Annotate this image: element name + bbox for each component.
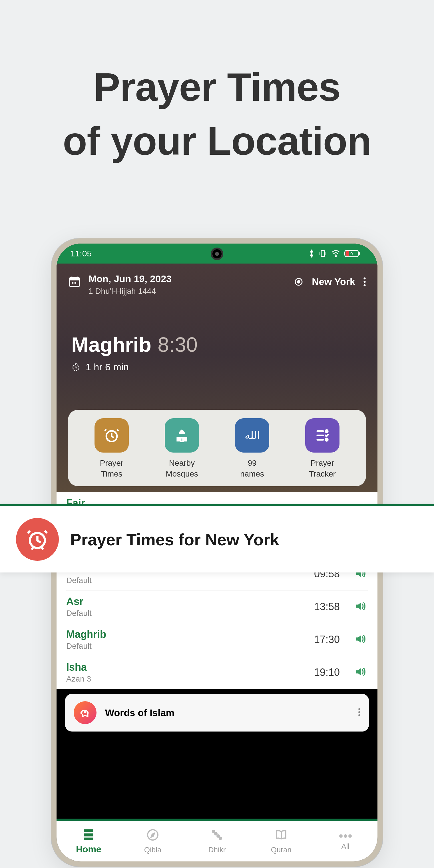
nav-home[interactable]: Home — [57, 828, 121, 855]
svg-point-21 — [358, 708, 360, 710]
svg-point-14 — [364, 284, 366, 286]
next-prayer-time: 8:30 — [158, 333, 197, 356]
bottom-nav: HomeQiblaDhikrQuranAll — [57, 818, 377, 862]
sound-toggle[interactable] — [354, 600, 367, 614]
svg-point-31 — [219, 837, 222, 839]
prayer-row-maghrib[interactable]: MaghribDefault17:30 — [66, 623, 368, 656]
prayer-row-asr[interactable]: AsrDefault13:58 — [66, 590, 368, 623]
prayer-time: 13:58 — [314, 601, 340, 613]
beads-icon — [210, 828, 224, 844]
nav-dhikr[interactable]: Dhikr — [185, 828, 249, 854]
svg-point-34 — [348, 834, 352, 838]
nav-all[interactable]: All — [313, 832, 377, 851]
prayer-name: Isha — [66, 661, 314, 673]
camera-hole — [211, 248, 223, 260]
mosque-icon — [165, 418, 199, 453]
countdown-text: 1 hr 6 min — [86, 362, 129, 373]
quick-action-tracker[interactable]: PrayerTracker — [287, 418, 358, 479]
prayer-name: Maghrib — [66, 628, 314, 641]
gregorian-date: Mon, Jun 19, 2023 — [89, 273, 172, 284]
svg-rect-4 — [345, 251, 349, 256]
vibrate-icon — [319, 249, 327, 258]
svg-point-20 — [326, 439, 328, 441]
quick-action-mosque[interactable]: NearbyMosques — [147, 418, 217, 479]
prayer-row-isha[interactable]: IshaAzan 319:10 — [66, 656, 368, 689]
svg-rect-24 — [84, 829, 93, 832]
prayer-sub: Azan 3 — [66, 674, 314, 684]
calendar-icon — [68, 275, 81, 288]
location-pin-icon — [293, 277, 304, 287]
svg-rect-9 — [74, 282, 76, 284]
book-icon — [274, 828, 288, 844]
nav-label: Qibla — [144, 845, 162, 854]
allah-icon: الله — [235, 418, 269, 453]
svg-rect-26 — [84, 837, 93, 840]
location-label[interactable]: New York — [312, 276, 355, 287]
timer-icon — [71, 363, 81, 372]
wifi-icon — [331, 250, 340, 257]
heading-line-1: Prayer Times — [94, 65, 341, 110]
next-prayer-name: Maghrib — [71, 333, 151, 356]
nav-quran[interactable]: Quran — [249, 828, 313, 854]
svg-point-1 — [335, 256, 336, 257]
sound-toggle[interactable] — [354, 665, 367, 679]
more-menu-button[interactable] — [363, 277, 366, 287]
quick-label: PrayerTimes — [100, 458, 123, 479]
svg-rect-0 — [321, 251, 324, 257]
heading-line-2: of your Location — [63, 119, 371, 163]
svg-point-13 — [364, 281, 366, 283]
sound-toggle[interactable] — [354, 633, 367, 646]
alarm-icon — [94, 418, 129, 453]
dots-icon — [339, 832, 352, 840]
quick-label: 99names — [240, 458, 264, 479]
svg-point-22 — [358, 711, 360, 713]
svg-rect-17 — [181, 438, 183, 441]
words-more-button[interactable] — [358, 708, 360, 718]
quick-action-allah[interactable]: الله99names — [217, 418, 287, 479]
words-icon — [74, 701, 96, 724]
nav-label: Quran — [271, 845, 291, 854]
nav-qibla[interactable]: Qibla — [121, 828, 185, 854]
svg-rect-25 — [84, 833, 93, 836]
svg-point-29 — [215, 833, 217, 835]
hero-section: Mon, Jun 19, 2023 1 Dhu'l-Hijjah 1444 Ne… — [57, 264, 377, 492]
alarm-clock-icon — [16, 518, 59, 561]
quick-actions-card: PrayerTimesNearbyMosquesالله99namesPraye… — [68, 410, 366, 486]
svg-point-19 — [326, 430, 328, 433]
prayer-time: 19:10 — [314, 666, 340, 678]
page-heading: Prayer Times of your Location — [0, 0, 434, 168]
svg-point-23 — [358, 714, 360, 716]
nav-label: All — [341, 842, 349, 851]
prayer-sub: Default — [66, 609, 314, 618]
date-block[interactable]: Mon, Jun 19, 2023 1 Dhu'l-Hijjah 1444 — [68, 273, 172, 296]
notification-banner[interactable]: Prayer Times for New York — [0, 504, 434, 572]
compass-icon — [146, 828, 160, 844]
svg-rect-7 — [70, 278, 80, 281]
svg-point-11 — [298, 280, 300, 283]
bluetooth-icon — [308, 249, 315, 258]
quick-label: NearbyMosques — [165, 458, 198, 479]
svg-point-30 — [217, 835, 219, 837]
tracker-icon — [305, 418, 340, 453]
prayer-time: 17:30 — [314, 633, 340, 646]
home-icon — [82, 828, 96, 842]
quick-action-alarm[interactable]: PrayerTimes — [76, 418, 147, 479]
svg-rect-8 — [72, 282, 73, 284]
prayer-sub: Default — [66, 576, 314, 585]
status-bar: 11:05 9 — [57, 244, 377, 264]
svg-point-32 — [339, 834, 343, 838]
svg-text:الله: الله — [245, 430, 260, 441]
svg-rect-3 — [359, 252, 360, 255]
svg-point-33 — [344, 834, 347, 838]
nav-label: Home — [76, 844, 101, 855]
words-title: Words of Islam — [105, 707, 349, 718]
svg-point-12 — [364, 277, 366, 279]
svg-point-28 — [212, 830, 215, 833]
prayer-sub: Default — [66, 642, 314, 651]
svg-text:9: 9 — [350, 251, 353, 256]
words-of-islam-card[interactable]: Words of Islam — [65, 694, 369, 732]
hijri-date: 1 Dhu'l-Hijjah 1444 — [89, 287, 172, 296]
status-time: 11:05 — [70, 249, 92, 258]
banner-title: Prayer Times for New York — [70, 530, 279, 549]
quick-label: PrayerTracker — [309, 458, 336, 479]
